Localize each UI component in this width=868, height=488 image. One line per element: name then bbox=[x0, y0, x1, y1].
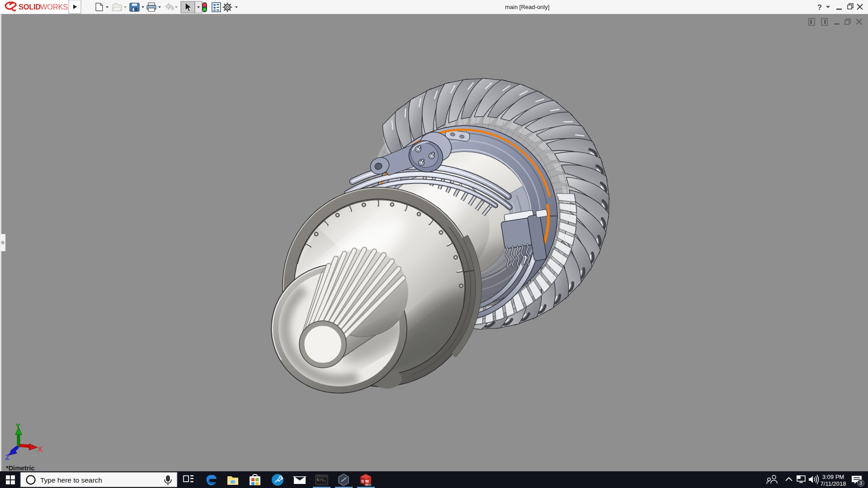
svg-text:7/11/2018: 7/11/2018 bbox=[821, 480, 846, 487]
svg-text:Type here to search: Type here to search bbox=[40, 476, 102, 484]
svg-text:SOLID: SOLID bbox=[19, 3, 41, 11]
svg-text:S W: S W bbox=[361, 479, 369, 483]
svg-text:Z: Z bbox=[5, 454, 9, 461]
svg-text:?: ? bbox=[817, 4, 822, 11]
svg-text:3:09 PM: 3:09 PM bbox=[822, 474, 844, 480]
svg-text:X: X bbox=[38, 446, 42, 453]
svg-text:main [Read-only]: main [Read-only] bbox=[505, 4, 549, 10]
svg-text:C:\_: C:\_ bbox=[317, 478, 326, 482]
svg-text:2017: 2017 bbox=[365, 483, 372, 486]
svg-text:Y: Y bbox=[16, 422, 20, 430]
svg-text:3: 3 bbox=[859, 480, 862, 486]
svg-text:*Dimetric: *Dimetric bbox=[6, 465, 35, 472]
svg-text:WORKS: WORKS bbox=[40, 3, 68, 11]
